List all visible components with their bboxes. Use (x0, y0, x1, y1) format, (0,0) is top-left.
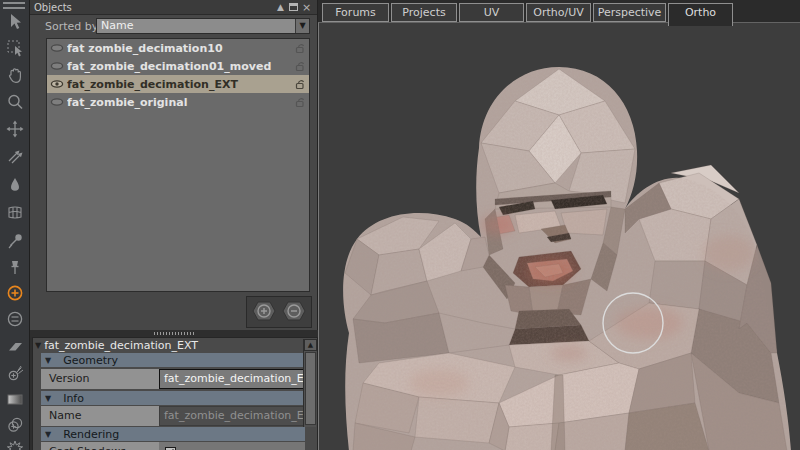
add-remove-button-group (246, 296, 312, 328)
section-label: Geometry (63, 354, 118, 367)
model-3d-zombie (319, 23, 800, 450)
viewport-region: Forums Projects UV Ortho/UV Perspective … (318, 0, 800, 450)
collapse-triangle-icon[interactable]: ▼ (35, 341, 41, 350)
airbrush-icon[interactable] (4, 362, 26, 384)
gradient-icon[interactable] (4, 388, 26, 410)
section-info[interactable]: ▼ Info (41, 391, 305, 405)
panel-splitter[interactable] (30, 330, 318, 337)
section-label: Rendering (63, 428, 119, 441)
section-geometry[interactable]: ▼ Geometry (41, 353, 305, 367)
sort-row: Sorted by Name ▼ (30, 17, 317, 35)
name-label: Name (41, 406, 159, 426)
collapse-triangle-icon: ▼ (45, 394, 51, 403)
collapse-triangle-icon: ▼ (45, 356, 51, 365)
speckle-texture (319, 23, 800, 450)
properties-title-row[interactable]: ▼ fat_zombie_decimation_EXT (33, 338, 317, 353)
lock-open-icon[interactable] (291, 42, 309, 54)
section-rendering[interactable]: ▼ Rendering (41, 427, 305, 441)
app-window: Objects ▲ × Sorted by Name ▼ fat zombie_… (0, 0, 800, 450)
version-field[interactable]: fat_zombie_decimation_EXT.C (159, 369, 305, 389)
clone-stamp-icon[interactable] (4, 414, 26, 436)
eye-closed-icon[interactable] (47, 43, 67, 53)
lock-open-icon[interactable] (291, 78, 309, 90)
paint-drop-icon[interactable] (4, 174, 26, 196)
lock-open-icon[interactable] (291, 60, 309, 72)
pin-icon[interactable] (4, 256, 26, 278)
collapse-triangle-icon: ▼ (45, 430, 51, 439)
collapse-triangle-icon[interactable]: ▲ (274, 2, 287, 13)
sorted-by-label: Sorted by (45, 20, 98, 33)
cast-shadows-row: Cast Shadows (41, 442, 305, 450)
tool-sidebar (0, 0, 30, 450)
close-icon[interactable]: × (300, 2, 313, 13)
eye-open-icon[interactable] (47, 79, 67, 89)
tab-projects[interactable]: Projects (391, 3, 457, 22)
toolbar-grip-handle[interactable] (3, 2, 25, 9)
name-field[interactable]: fat_zombie_decimation_EXT (159, 406, 305, 426)
cast-shadows-label: Cast Shadows (41, 442, 159, 450)
cast-shadows-cell (159, 442, 305, 450)
tab-uv[interactable]: UV (459, 3, 524, 22)
remove-item-button[interactable] (281, 299, 307, 326)
tab-ortho[interactable]: Ortho (668, 3, 733, 26)
eye-closed-icon[interactable] (47, 61, 67, 71)
version-label: Version (41, 369, 159, 389)
lattice-icon[interactable] (4, 201, 26, 223)
add-item-button[interactable] (251, 299, 277, 326)
list-item-selected[interactable]: fat_zombie_decimation_EXT (47, 75, 309, 93)
cast-shadows-checkbox[interactable] (165, 447, 176, 450)
tab-ortho-uv[interactable]: Ortho/UV (526, 3, 591, 22)
properties-title: fat_zombie_decimation_EXT (44, 339, 198, 352)
tab-forums[interactable]: Forums (322, 3, 389, 22)
select-arrow-icon[interactable] (4, 10, 26, 32)
scrollbar-thumb[interactable] (305, 352, 316, 425)
list-item[interactable]: fat zombie_decimation10 (47, 39, 309, 57)
properties-scrollbar[interactable]: ▲ (303, 339, 316, 427)
name-row: Name fat_zombie_decimation_EXT (41, 406, 305, 426)
float-window-icon[interactable] (287, 2, 300, 13)
object-name: fat_zombie_decimation01_moved (67, 60, 291, 73)
pin-tilted-icon[interactable] (4, 230, 26, 252)
chevron-down-icon[interactable]: ▼ (295, 19, 309, 33)
add-point-icon-active[interactable] (4, 282, 26, 304)
object-name: fat zombie_decimation10 (67, 42, 291, 55)
object-name: fat_zombie_decimation_EXT (67, 78, 291, 91)
snap-arrows-icon[interactable] (4, 144, 26, 166)
slider-circle-icon[interactable] (4, 308, 26, 330)
properties-panel: ▼ fat_zombie_decimation_EXT ▼ Geometry V… (32, 337, 318, 450)
splitter-grip-dots (154, 332, 194, 335)
list-item[interactable]: fat_zombie_original (47, 93, 309, 111)
move-arrows-icon[interactable] (4, 118, 26, 140)
ortho-viewport[interactable] (318, 22, 800, 450)
tab-perspective[interactable]: Perspective (593, 3, 666, 22)
sort-select[interactable]: Name ▼ (96, 18, 310, 34)
objects-panel-title: Objects (34, 2, 72, 13)
objects-panel: Objects ▲ × Sorted by Name ▼ fat zombie_… (30, 0, 318, 330)
objects-panel-header: Objects ▲ × (30, 0, 317, 15)
list-item[interactable]: fat_zombie_decimation01_moved (47, 57, 309, 75)
scroll-up-icon[interactable]: ▲ (304, 339, 317, 351)
object-name: fat_zombie_original (67, 96, 291, 109)
marquee-select-icon[interactable] (4, 37, 26, 59)
eraser-icon[interactable] (4, 335, 26, 357)
magic-spikes-icon[interactable] (4, 438, 26, 450)
zoom-magnifier-icon[interactable] (4, 91, 26, 113)
object-list: fat zombie_decimation10 fat_zombie_decim… (46, 38, 310, 292)
sort-select-value: Name (101, 19, 133, 32)
version-row: Version fat_zombie_decimation_EXT.C (41, 369, 305, 389)
section-label: Info (63, 392, 84, 405)
pan-hand-icon[interactable] (4, 64, 26, 86)
lock-open-icon[interactable] (291, 96, 309, 108)
eye-closed-icon[interactable] (47, 97, 67, 107)
